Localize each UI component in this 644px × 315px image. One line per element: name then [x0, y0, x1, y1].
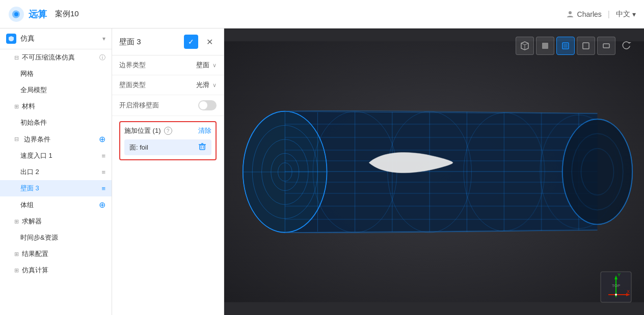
model-canvas	[224, 28, 644, 315]
header-divider: |	[608, 10, 610, 19]
refresh-button[interactable]	[618, 37, 636, 55]
apply-item-delete-button[interactable]	[198, 142, 206, 152]
wireframe-solid-button[interactable]	[556, 37, 575, 55]
logo-text: 远算	[29, 8, 47, 20]
sidebar-item-velocity-inlet[interactable]: 速度入口 1 ≡	[0, 148, 112, 164]
svg-text:TOP: TOP	[612, 283, 620, 288]
shield-inner-icon	[8, 36, 14, 42]
expand-icon-material: ⊞	[14, 103, 19, 110]
apply-item-label-foil: 面: foil	[129, 143, 198, 152]
wall-type-value[interactable]: 光滑 ∨	[196, 80, 217, 90]
svg-text:Y: Y	[618, 272, 621, 277]
sidebar-item-solver[interactable]: ⊞ 求解器	[0, 213, 112, 230]
svg-rect-46	[542, 43, 548, 49]
sliding-wall-toggle[interactable]	[198, 100, 217, 110]
sliding-wall-label: 开启滑移壁面	[119, 101, 198, 110]
viewport-toolbar	[516, 37, 636, 55]
sidebar-label-outlet: 出口 2	[20, 167, 101, 177]
wall-type-chevron: ∨	[212, 82, 217, 89]
solid-button[interactable]	[536, 37, 554, 55]
sidebar-label-material: 材料	[22, 102, 105, 111]
boundary-type-value[interactable]: 壁面 ∨	[196, 61, 217, 70]
sidebar-title-group: 仿真	[6, 34, 35, 44]
axes-svg: Y X TOP	[598, 269, 634, 305]
lang-chevron: ▾	[632, 10, 636, 18]
info-icon: ⓘ	[99, 53, 105, 62]
sidebar-label-body-group: 体组	[20, 201, 99, 210]
sidebar-item-global-model[interactable]: 全局模型	[0, 82, 112, 98]
solid-icon	[541, 41, 550, 50]
apply-section: 施加位置 (1) ? 清除 面: foil	[119, 121, 217, 160]
wall-type-row: 壁面类型 光滑 ∨	[112, 75, 224, 95]
sim-icon	[6, 34, 16, 44]
main-layout: 仿真 ▾ ⊟ 不可压缩流体仿真 ⓘ 网格 全局模型 ⊞ 材料 初始条件 ⊟ 边界…	[0, 28, 644, 315]
sidebar-label-result-config: 结果配置	[22, 249, 105, 259]
refresh-icon	[622, 41, 631, 50]
user-name: Charles	[577, 10, 602, 18]
language-label: 中文	[616, 10, 630, 19]
sidebar-item-sim-compute[interactable]: ⊞ 仿真计算	[0, 262, 112, 278]
boundary-type-chevron: ∨	[212, 62, 217, 69]
svg-point-2	[569, 11, 572, 14]
sidebar-expand-icon[interactable]: ▾	[102, 35, 105, 42]
sidebar-item-body-group[interactable]: 体组 ⊕	[0, 196, 112, 213]
apply-info-icon[interactable]: ?	[164, 127, 172, 135]
svg-rect-50	[603, 44, 609, 48]
menu-icon-wall3: ≡	[101, 185, 105, 192]
panel-close-button[interactable]: ✕	[202, 35, 217, 49]
menu-icon-velocity: ≡	[101, 152, 105, 160]
sidebar-item-timestep[interactable]: 时间步&资源	[0, 230, 112, 246]
apply-clear-button[interactable]: 清除	[198, 126, 211, 135]
add-bc-icon[interactable]: ⊕	[99, 134, 105, 144]
axes-widget: Y X TOP	[598, 269, 634, 305]
sidebar-header: 仿真 ▾	[0, 28, 112, 49]
sidebar-label-velocity-inlet: 速度入口 1	[20, 151, 101, 160]
sidebar-item-boundary-condition[interactable]: ⊟ 边界条件 ⊕	[0, 131, 112, 148]
apply-title: 施加位置 (1) ?	[124, 126, 172, 135]
hidden-button[interactable]	[597, 37, 615, 55]
sidebar-title: 仿真	[20, 34, 35, 43]
sidebar-item-material[interactable]: ⊞ 材料	[0, 98, 112, 114]
delete-icon	[198, 142, 206, 151]
sidebar-item-wall3[interactable]: 壁面 3 ≡	[0, 180, 112, 196]
logo: 远算	[8, 6, 47, 22]
sidebar-label-timestep: 时间步&资源	[20, 233, 105, 242]
sidebar-label-solver: 求解器	[22, 217, 105, 226]
sidebar-item-incompressible[interactable]: ⊟ 不可压缩流体仿真 ⓘ	[0, 49, 112, 66]
menu-icon-outlet: ≡	[101, 168, 105, 176]
svg-point-60	[615, 294, 617, 296]
expand-icon-solver: ⊞	[14, 218, 19, 225]
confirm-icon: ✓	[188, 38, 194, 46]
svg-point-42	[562, 119, 632, 224]
perspective-icon	[520, 41, 529, 50]
user-info[interactable]: Charles	[566, 10, 602, 18]
wireframe-button[interactable]	[577, 37, 595, 55]
sidebar-label-mesh: 网格	[20, 69, 105, 78]
svg-rect-3	[200, 145, 205, 150]
collapse-icon-bc: ⊟	[14, 136, 19, 142]
hidden-icon	[602, 41, 611, 50]
collapse-icon: ⊟	[14, 54, 19, 61]
viewport[interactable]: Y X TOP	[224, 28, 644, 315]
sidebar-label-incompressible: 不可压缩流体仿真	[22, 53, 97, 62]
boundary-type-text: 壁面	[196, 61, 209, 70]
add-body-icon[interactable]: ⊕	[99, 200, 105, 210]
sidebar-item-outlet[interactable]: 出口 2 ≡	[0, 164, 112, 180]
sidebar-item-initial-condition[interactable]: 初始条件	[0, 114, 112, 131]
header-right: Charles | 中文 ▾	[566, 10, 636, 19]
panel-wall3: 壁面 3 ✓ ✕ 边界类型 壁面 ∨ 壁面类型 光滑 ∨	[112, 28, 224, 315]
expand-icon-result: ⊞	[14, 251, 19, 257]
language-switcher[interactable]: 中文 ▾	[616, 10, 636, 19]
wall-type-label: 壁面类型	[119, 80, 196, 90]
perspective-button[interactable]	[516, 37, 534, 55]
sidebar-item-mesh[interactable]: 网格	[0, 66, 112, 82]
apply-item-foil: 面: foil	[124, 139, 211, 155]
apply-title-text: 施加位置 (1)	[124, 126, 161, 135]
panel-title: 壁面 3	[119, 37, 141, 47]
logo-icon	[8, 6, 24, 22]
wireframe-solid-icon	[561, 41, 570, 50]
apply-header: 施加位置 (1) ? 清除	[124, 126, 211, 135]
panel-confirm-button[interactable]: ✓	[184, 35, 198, 49]
case-label: 案例10	[55, 9, 79, 19]
sidebar-item-result-config[interactable]: ⊞ 结果配置	[0, 246, 112, 262]
